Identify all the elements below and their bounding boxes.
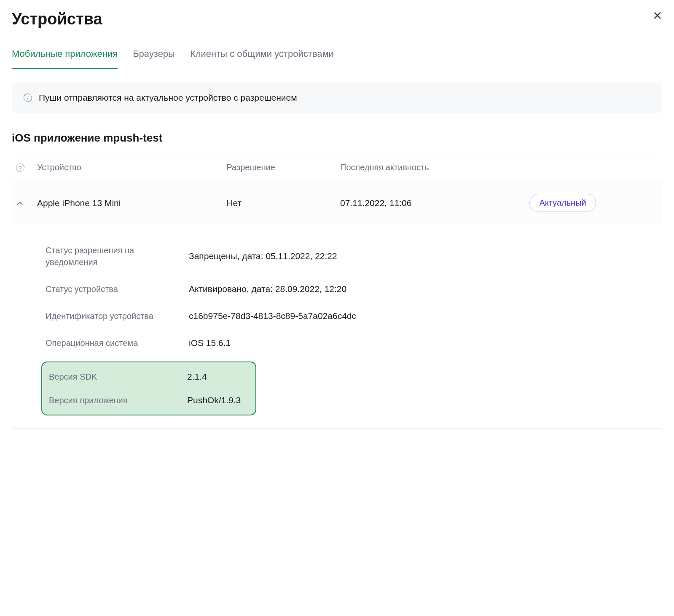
device-details-panel: Статус разрешения на уведомления Запреще… xyxy=(12,224,662,429)
detail-value: c16b975e-78d3-4813-8c89-5a7a02a6c4dc xyxy=(189,311,658,321)
info-banner: i Пуши отправляются на актуальное устрой… xyxy=(12,83,662,113)
tabs-container: Мобильные приложения Браузеры Клиенты с … xyxy=(12,48,662,69)
tab-mobile-apps[interactable]: Мобильные приложения xyxy=(12,48,118,69)
detail-value: 2.1.4 xyxy=(187,372,249,382)
detail-row-app-version: Версия приложения PushOk/1.9.3 xyxy=(42,388,255,412)
cell-status: Актуальный xyxy=(529,194,662,212)
info-icon: i xyxy=(24,94,32,102)
section-title: iOS приложение mpush-test xyxy=(12,131,662,145)
info-banner-text: Пуши отправляются на актуальное устройст… xyxy=(39,93,297,103)
column-header-device: Устройство xyxy=(37,163,226,172)
detail-value: Запрещены, дата: 05.11.2022, 22:22 xyxy=(189,251,658,261)
detail-value: Активировано, дата: 28.09.2022, 12:20 xyxy=(189,284,658,294)
column-header-permission: Разрешение xyxy=(226,163,340,172)
detail-label: Версия SDK xyxy=(49,371,179,383)
chevron-up-icon xyxy=(17,200,23,206)
cell-device-name: Apple iPhone 13 Mini xyxy=(37,198,226,208)
cell-permission: Нет xyxy=(226,198,340,208)
column-header-last-activity: Последняя активность xyxy=(340,163,529,172)
detail-value: iOS 15.6.1 xyxy=(189,338,658,348)
detail-label: Операционная система xyxy=(46,337,180,349)
detail-value: PushOk/1.9.3 xyxy=(187,395,249,405)
dialog-title: Устройства xyxy=(12,10,102,28)
detail-label: Версия приложения xyxy=(49,394,179,406)
tab-label: Браузеры xyxy=(133,48,175,59)
detail-row-device-id: Идентификатор устройства c16b975e-78d3-4… xyxy=(41,303,662,329)
detail-label: Статус устройства xyxy=(46,283,180,295)
device-table: ? Устройство Разрешение Последняя активн… xyxy=(12,153,662,429)
tab-label: Клиенты с общими устройствами xyxy=(190,48,334,59)
detail-label: Идентификатор устройства xyxy=(46,310,180,322)
tab-shared-clients[interactable]: Клиенты с общими устройствами xyxy=(190,48,334,69)
help-icon[interactable]: ? xyxy=(16,163,24,172)
status-badge: Актуальный xyxy=(529,194,596,212)
tab-browsers[interactable]: Браузеры xyxy=(133,48,175,69)
expand-toggle[interactable] xyxy=(12,198,37,207)
dialog-header: Устройства ✕ xyxy=(12,10,662,28)
close-button[interactable]: ✕ xyxy=(653,10,662,22)
tab-label: Мобильные приложения xyxy=(12,48,118,59)
table-header: ? Устройство Разрешение Последняя активн… xyxy=(12,153,662,182)
cell-last-activity: 07.11.2022, 11:06 xyxy=(340,198,529,208)
detail-row-device-status: Статус устройства Активировано, дата: 28… xyxy=(41,276,662,303)
detail-row-os: Операционная система iOS 15.6.1 xyxy=(41,329,662,356)
close-icon: ✕ xyxy=(653,9,662,22)
detail-row-sdk-version: Версия SDK 2.1.4 xyxy=(42,365,255,388)
highlight-box: Версия SDK 2.1.4 Версия приложения PushO… xyxy=(41,362,256,415)
header-expand-col: ? xyxy=(12,163,37,172)
detail-label: Статус разрешения на уведомления xyxy=(46,244,180,268)
table-row[interactable]: Apple iPhone 13 Mini Нет 07.11.2022, 11:… xyxy=(12,182,662,224)
detail-row-permission-status: Статус разрешения на уведомления Запреще… xyxy=(41,237,662,276)
